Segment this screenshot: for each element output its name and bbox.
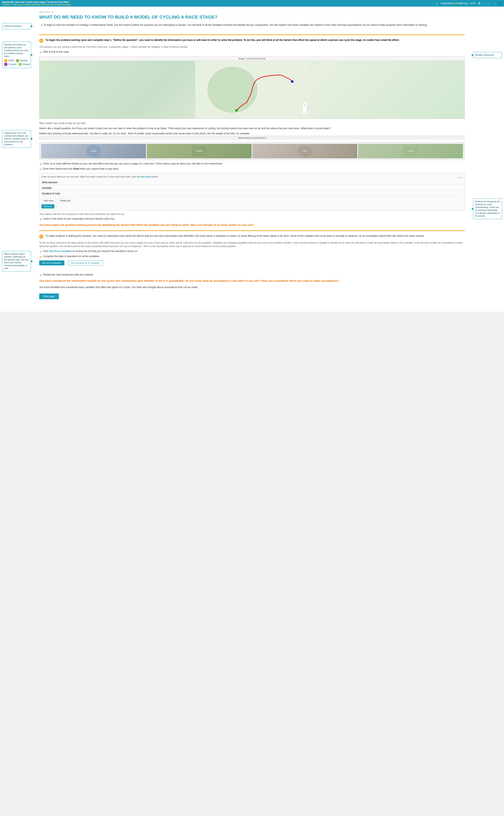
- info-icon[interactable]: ⟵: [458, 175, 463, 180]
- prev-icon[interactable]: ‹: [482, 1, 486, 5]
- map-placeholder: + −: [39, 61, 465, 119]
- activity-title: WHAT DO WE NEED TO KNOW TO BUILD A MODEL…: [39, 14, 465, 20]
- arrow-icon-5: ➜: [39, 250, 42, 253]
- input-wind[interactable]: [41, 180, 463, 185]
- section1-p1-em: Why couldn't you cycle as fast as you li…: [39, 122, 86, 125]
- photo-1: cyclist: [41, 144, 146, 158]
- left-annotations: Activity introduction. Activities are br…: [0, 7, 33, 312]
- home-icon[interactable]: ⌂: [493, 1, 497, 5]
- students-submit-label: When students submit answers, depending …: [4, 253, 28, 270]
- svg-text:cyclists: cyclists: [196, 150, 202, 152]
- arrow-icon-7: ➜: [39, 273, 42, 277]
- teacher-note: Your teacher will see the responses of t…: [39, 213, 465, 215]
- add-more-link[interactable]: Add more: [141, 175, 151, 178]
- svg-point-1: [208, 67, 257, 112]
- section2-divider: [39, 230, 465, 231]
- grid-icon[interactable]: ⊞: [477, 1, 481, 5]
- input-instruction: Enter as many ideas as you can here. Wri…: [41, 175, 463, 178]
- activities-broken-annotation-wrapper: Activities are broken up into sections. …: [2, 42, 31, 68]
- arrow-item-3: ➜ Enter them below and click Send when y…: [39, 167, 465, 171]
- abstract-label: Abstract: [20, 59, 28, 62]
- get-list-link[interactable]: Get list of variables: [49, 250, 72, 253]
- delete-last-button[interactable]: Delete last: [58, 199, 73, 203]
- buttons-row: Get list of variables Get example list o…: [39, 260, 465, 265]
- activity-label: ACTIVITY 3: [39, 11, 465, 13]
- section1-divider: [39, 34, 465, 35]
- step-compute: C Compute I Interpret: [4, 63, 29, 66]
- progress-text: 6 of 30: [469, 2, 476, 5]
- activity-intro-annotation-wrapper: Activity introduction.: [2, 23, 31, 29]
- arrow-icon-1: ➜: [39, 51, 42, 54]
- students-set-annotation: Students are frequently set questions to…: [473, 199, 502, 219]
- arrow-text-2: Think of as many different factors as yo…: [43, 162, 223, 165]
- map-container: Stage 7 of the An Post Rás + −: [39, 56, 465, 119]
- arrow-text-1: Take a look at the route.: [43, 50, 69, 53]
- arrow-get-list: ➜ Click Get list of variables to receive…: [39, 250, 465, 253]
- students-set-label: Students are frequently set questions to…: [475, 200, 500, 217]
- nav-icons: ⊞ ‹ › ⌂ 👤: [477, 1, 502, 5]
- example-list-button[interactable]: Get example list of variables: [68, 260, 103, 265]
- add-more-button[interactable]: Add more: [41, 199, 56, 203]
- arrow-icon-3: ➜: [39, 168, 42, 171]
- arrow-review: ➜ Review the class responses with your t…: [39, 273, 465, 277]
- resend-button[interactable]: Resend: [41, 204, 54, 208]
- arrow-complete-table: ➜ Complete the table of questions for al…: [39, 255, 465, 258]
- arrow-text-3: Enter them below and click Send when you…: [43, 167, 119, 170]
- user-icon[interactable]: 👤: [498, 1, 502, 5]
- section1-p1: Why couldn't you cycle as fast as you li…: [39, 121, 465, 125]
- next-page-button[interactable]: Next page: [39, 293, 59, 299]
- interpret-label: Interpret: [22, 63, 30, 66]
- svg-text:race: race: [303, 150, 307, 152]
- section1-intro-text: To begin the problem-solving cycle and c…: [45, 38, 399, 42]
- students-set-annotation-wrapper: Students are frequently set questions to…: [473, 199, 502, 219]
- define-label: Define: [8, 59, 14, 62]
- modality-intro-annotation-wrapper: Modality introduction.: [473, 52, 502, 58]
- section2-italic: So far we have referred to the ideas abo…: [39, 241, 465, 248]
- students-submit-annotation: When students submit answers, depending …: [2, 251, 31, 272]
- svg-text:terrain: terrain: [408, 150, 413, 152]
- activity-intro-annotation: Activity introduction.: [2, 23, 31, 29]
- summary-text: You have identified and considered many …: [39, 285, 465, 289]
- svg-point-2: [235, 109, 238, 112]
- next-icon[interactable]: ›: [487, 1, 492, 5]
- arrow-text-7: Review the class responses with your tea…: [43, 273, 94, 276]
- compute-label: Compute: [8, 63, 17, 66]
- bottom-spacer: [39, 299, 465, 307]
- define-badge: D: [4, 59, 7, 62]
- svg-text:−: −: [304, 111, 305, 114]
- activity-intro-label: Activity introduction.: [4, 25, 22, 27]
- section1-intro-bold: To begin the problem-solving cycle and c…: [45, 39, 399, 41]
- input-gradient[interactable]: [41, 191, 463, 196]
- main-content: ACTIVITY 3 WHAT DO WE NEED TO KNOW TO BU…: [33, 7, 471, 312]
- page-wrapper: Activity introduction. Activities are br…: [0, 7, 504, 312]
- photo-strip-title: What slows a cyclist down?: [39, 136, 465, 140]
- section2-header: D To make progress in defining the quest…: [39, 234, 465, 239]
- arrow-icon-4: ➜: [39, 218, 42, 221]
- input-humidity[interactable]: [41, 186, 463, 190]
- section2-intro: To make progress in defining the questio…: [45, 234, 424, 238]
- real-contexts-annotation: Problems are set in real contexts that s…: [2, 130, 31, 148]
- photo-3: race: [252, 144, 357, 158]
- interpret-badge: I: [18, 63, 22, 66]
- share-icon[interactable]: ⤴: [435, 1, 439, 5]
- section1-p2: Seems like a stupid question, but if you…: [39, 127, 465, 130]
- brand-name: computerbasedmath.org: [441, 2, 467, 5]
- photo-2: cyclists: [147, 144, 252, 158]
- spacer1: [39, 267, 465, 272]
- compute-badge: C: [4, 63, 7, 66]
- top-bar-left: Module M1: How fast could I cycle stage …: [2, 1, 71, 6]
- input-box: Enter as many ideas as you can here. Wri…: [39, 173, 465, 211]
- photo-4: terrain: [358, 144, 463, 158]
- module-title: Module M1: How fast could I cycle stage …: [2, 1, 71, 3]
- svg-point-3: [291, 80, 293, 83]
- intro-arrow-indicator: [39, 23, 43, 26]
- students-submit-annotation-wrapper: When students submit answers, depending …: [2, 251, 31, 272]
- photo-strip: cyclist cyclists race terrain: [39, 142, 465, 160]
- modality-steps: D Define A Abstract C Compute I Interpre…: [4, 59, 29, 66]
- input-buttons: Add more Delete last: [41, 199, 463, 203]
- get-list-button[interactable]: Get list of variables: [39, 260, 64, 265]
- map-svg: + −: [39, 61, 465, 119]
- section1-badge: D: [39, 39, 43, 43]
- intro-row: To begin to solve the problem of creatin…: [39, 23, 465, 31]
- arrow-text-6: Complete the table of questions for all …: [43, 255, 100, 258]
